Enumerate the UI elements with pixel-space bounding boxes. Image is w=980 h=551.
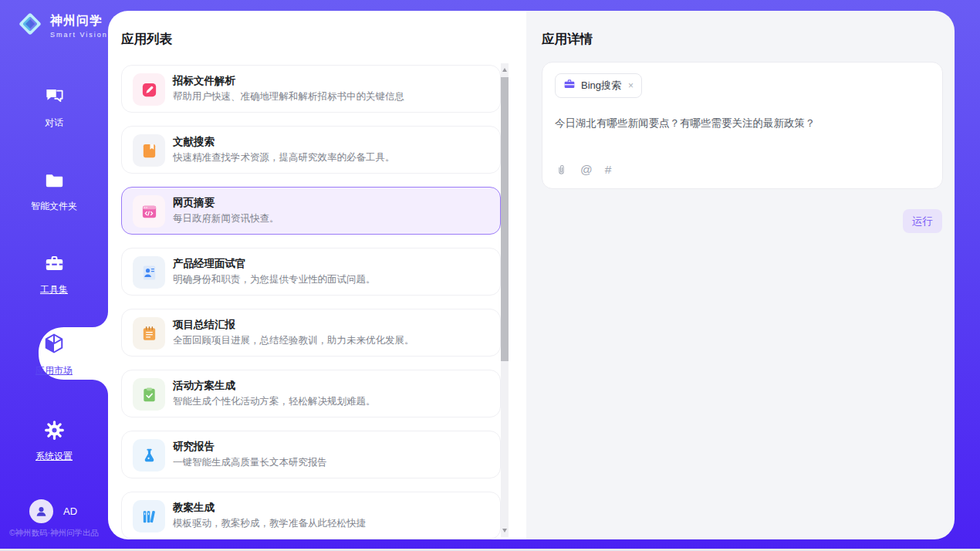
scrollbar[interactable]: [501, 63, 509, 537]
app-title: 活动方案生成: [173, 379, 235, 393]
app-desc: 明确身份和职责，为您提供专业性的面试问题。: [173, 273, 376, 286]
prompt-input-card[interactable]: Bing搜索 × 今日湖北有哪些新闻要点？有哪些需要关注的最新政策？ @ #: [542, 62, 943, 189]
sidebar-item-label: 对话: [45, 117, 63, 130]
logo-diamond-icon: [15, 9, 45, 42]
user-name: AD: [63, 505, 77, 517]
app-desc: 一键智能生成高质量长文本研究报告: [173, 456, 327, 469]
app-title: 招标文件解析: [173, 74, 235, 88]
app-detail-title: 应用详情: [542, 31, 593, 48]
sidebar-item-label: 智能文件夹: [31, 200, 77, 213]
logo-title: 神州问学: [50, 13, 108, 29]
sidebar-item-toolset[interactable]: 工具集: [0, 253, 108, 296]
scrollbar-down-arrow[interactable]: [502, 529, 507, 532]
attachment-toolbar: @ #: [555, 163, 611, 177]
web-icon: [133, 195, 165, 228]
sidebar-item-label: 应用市场: [35, 364, 73, 377]
sidebar-item-app-market[interactable]: 应用市场: [11, 332, 97, 377]
books-icon: [133, 500, 165, 532]
memo-icon: [133, 317, 165, 350]
app-desc: 快速精准查找学术资源，提高研究效率的必备工具。: [173, 151, 395, 164]
copyright-footer: ©神州数码·神州问学出品: [0, 528, 108, 539]
app-card-lesson-plan[interactable]: 教案生成 模板驱动，教案秒成，教学准备从此轻松快捷: [121, 492, 501, 539]
sidebar-item-smart-folders[interactable]: 智能文件夹: [0, 170, 108, 213]
logo-subtitle: Smart Vision: [50, 31, 108, 39]
user-account[interactable]: AD: [29, 499, 77, 523]
app-card-research-report[interactable]: 研究报告 一键智能生成高质量长文本研究报告: [121, 431, 501, 478]
app-desc: 智能生成个性化活动方案，轻松解决规划难题。: [173, 395, 376, 408]
app-desc: 模板驱动，教案秒成，教学准备从此轻松快捷: [173, 517, 366, 530]
folder-icon: [44, 170, 65, 194]
at-icon[interactable]: @: [580, 163, 593, 177]
toolbox-icon: [44, 253, 65, 277]
app-title: 项目总结汇报: [173, 318, 235, 332]
clipboard-icon: [133, 378, 165, 411]
briefcase-icon: [563, 78, 576, 93]
main-content: 应用列表 招标文件解析 帮助用户快速、准确地理解和解析招标书中的关键信息: [108, 11, 955, 539]
app-title: 产品经理面试官: [173, 257, 246, 271]
app-desc: 帮助用户快速、准确地理解和解析招标书中的关键信息: [173, 90, 404, 103]
app-list-panel: 应用列表 招标文件解析 帮助用户快速、准确地理解和解析招标书中的关键信息: [108, 11, 526, 539]
app-title: 教案生成: [173, 501, 215, 515]
sidebar: 神州问学 Smart Vision 对话 智能文件夹: [0, 0, 108, 551]
app-detail-panel: 应用详情 Bing搜索 × 今日湖北有哪些新闻要点？有哪些需要关注的最新政策？: [526, 11, 955, 539]
edit-icon: [133, 73, 165, 106]
book-icon: [133, 134, 165, 167]
sidebar-item-label: 工具集: [40, 283, 68, 296]
app-card-pm-interviewer[interactable]: 产品经理面试官 明确身份和职责，为您提供专业性的面试问题。: [121, 248, 501, 296]
app-title: 文献搜索: [173, 135, 215, 149]
app-desc: 全面回顾项目进展，总结经验教训，助力未来优化发展。: [173, 334, 414, 347]
app-title: 研究报告: [173, 440, 215, 454]
app-card-web-summary[interactable]: 网页摘要 每日政府新闻资讯快查。: [121, 187, 501, 235]
sidebar-item-label: 系统设置: [35, 450, 73, 463]
app-card-bid-document-analysis[interactable]: 招标文件解析 帮助用户快速、准确地理解和解析招标书中的关键信息: [121, 65, 501, 113]
interview-icon: [133, 256, 165, 289]
tool-tag-bing-search[interactable]: Bing搜索 ×: [555, 73, 642, 98]
query-text[interactable]: 今日湖北有哪些新闻要点？有哪些需要关注的最新政策？: [555, 117, 933, 130]
app-list: 招标文件解析 帮助用户快速、准确地理解和解析招标书中的关键信息 文献搜索 快速精…: [121, 65, 501, 539]
scrollbar-up-arrow[interactable]: [502, 68, 507, 72]
app-card-project-summary[interactable]: 项目总结汇报 全面回顾项目进展，总结经验教训，助力未来优化发展。: [121, 309, 501, 357]
tool-tag-label: Bing搜索: [581, 79, 621, 93]
hash-icon[interactable]: #: [605, 163, 612, 177]
gear-icon: [44, 420, 65, 444]
sidebar-item-settings[interactable]: 系统设置: [0, 420, 108, 463]
chat-icon: [44, 86, 65, 110]
app-list-title: 应用列表: [121, 31, 172, 48]
app-desc: 每日政府新闻资讯快查。: [173, 212, 279, 225]
tool-tag-close-icon[interactable]: ×: [627, 80, 634, 91]
scrollbar-thumb[interactable]: [501, 77, 509, 361]
sidebar-item-chat[interactable]: 对话: [0, 86, 108, 130]
research-icon: [133, 439, 165, 472]
cube-icon: [42, 332, 66, 358]
run-button[interactable]: 运行: [903, 209, 942, 233]
app-card-literature-search[interactable]: 文献搜索 快速精准查找学术资源，提高研究效率的必备工具。: [121, 126, 501, 174]
logo: 神州问学 Smart Vision: [15, 9, 108, 42]
app-title: 网页摘要: [173, 196, 215, 210]
avatar: [29, 499, 53, 523]
paperclip-icon[interactable]: [555, 164, 568, 177]
app-card-event-plan[interactable]: 活动方案生成 智能生成个性化活动方案，轻松解决规划难题。: [121, 370, 501, 417]
